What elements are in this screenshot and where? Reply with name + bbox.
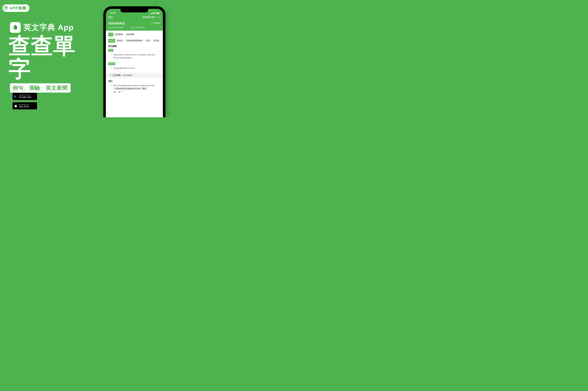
word-header: coronary 自動發音 US [ˋkɔrəˏnɛrɪ] 🔊 | UK [ˋk… [106, 20, 163, 31]
svg-rect-6 [159, 13, 160, 13]
autoplay-toggle[interactable]: 自動發音 [151, 22, 160, 24]
pos-tag-noun: 名詞 [108, 49, 113, 52]
signal-icon [150, 12, 153, 14]
google-play-badge[interactable]: ANDROID APP ON Google play [12, 93, 37, 100]
subtitle-pill: 例句、測驗、英文新聞 [10, 83, 70, 93]
phone-mockup: 17:46 ‹ 返回 協助維護單字 ••• co [103, 6, 165, 117]
svg-rect-0 [150, 13, 151, 14]
pos-tag-adj: 形容詞 [108, 39, 115, 42]
pos-tag-noun: 名詞 [108, 33, 113, 36]
example-en: He's in hospital after having a coronary… [114, 84, 160, 87]
pos-tag-adj: 形容詞 [108, 62, 115, 65]
pill-label: APP推薦 [9, 5, 26, 11]
eng-def-adj: surrounding like a crown; [114, 67, 160, 70]
promo-left: 英文字典 App 查查單字 例句、測驗、英文新聞 [10, 22, 87, 93]
google-big-text: Google play [19, 96, 31, 98]
speak-uk-label: UK [121, 91, 123, 93]
navbar: ‹ 返回 協助維護單字 ••• [106, 14, 163, 20]
speaker-mini-icon[interactable]: 🔈 [119, 91, 121, 93]
def-adj-zh: 冠狀的 ； 冠狀動脈或靜脈的 ； 冠的 ； 花冠的 [117, 39, 159, 42]
svg-rect-5 [157, 13, 159, 14]
plural-box: 名詞複數：coronaries [106, 73, 163, 78]
wifi-icon [153, 12, 156, 14]
def-noun-zh: 冠狀動脈 ； 冠狀靜脈 [115, 33, 134, 35]
google-play-icon [14, 95, 17, 98]
example-zh: 上星期他因冠狀動脈血栓住進了醫院。 [114, 87, 160, 90]
apple-icon [14, 104, 17, 108]
headword: coronary [108, 21, 125, 25]
brand-pill: 塔科 女子 APP推薦 [2, 4, 29, 12]
app-icon [10, 22, 21, 33]
examples-title: 例句 [108, 80, 160, 83]
svg-rect-3 [152, 12, 153, 14]
speak-us-label: US [116, 91, 118, 93]
eng-def-title: 英文解釋 [108, 45, 160, 48]
svg-rect-1 [151, 13, 151, 14]
back-label: 返回 [108, 16, 113, 19]
battery-icon [156, 12, 160, 14]
svg-rect-2 [152, 13, 152, 14]
pron-uk-label: UK [131, 26, 134, 29]
more-icon[interactable]: ••• [158, 16, 161, 18]
pron-us: [ˋkɔrəˏnɛrɪ] [112, 26, 124, 29]
pron-uk: [ˋkɔrənəri] [135, 26, 145, 29]
app-title: 英文字典 App [23, 22, 73, 33]
checkbox-icon [151, 22, 153, 24]
status-time: 17:46 [110, 12, 115, 14]
autoplay-label: 自動發音 [154, 22, 160, 24]
phone-notch [121, 9, 148, 12]
speaker-mini-icon[interactable]: 🔈 [114, 91, 116, 93]
plural-value: coronaries [123, 74, 132, 76]
pron-us-label: US [108, 26, 111, 29]
eng-def-noun: obstruction of blood flow in a coronary … [114, 53, 160, 59]
back-button[interactable]: ‹ 返回 [108, 16, 113, 19]
speaker-icon[interactable]: 🔊 [125, 26, 127, 29]
plural-label: 名詞複數： [113, 74, 123, 76]
headline: 查查單字 [8, 34, 87, 81]
dictionary-content: 名詞 冠狀動脈 ； 冠狀靜脈 形容詞 冠狀的 ； 冠狀動脈或靜脈的 ； 冠的 ；… [106, 31, 163, 96]
apple-big-text: App Store [19, 105, 29, 108]
speaker-icon[interactable]: 🔊 [158, 26, 160, 29]
brand-logo: 塔科 女子 [4, 6, 8, 10]
app-store-badge[interactable]: Download on the App Store [12, 102, 37, 109]
leaf-icon [12, 24, 18, 31]
example-item: He's in hospital after having a coronary… [114, 84, 160, 93]
nav-title[interactable]: 協助維護單字 [143, 16, 156, 19]
